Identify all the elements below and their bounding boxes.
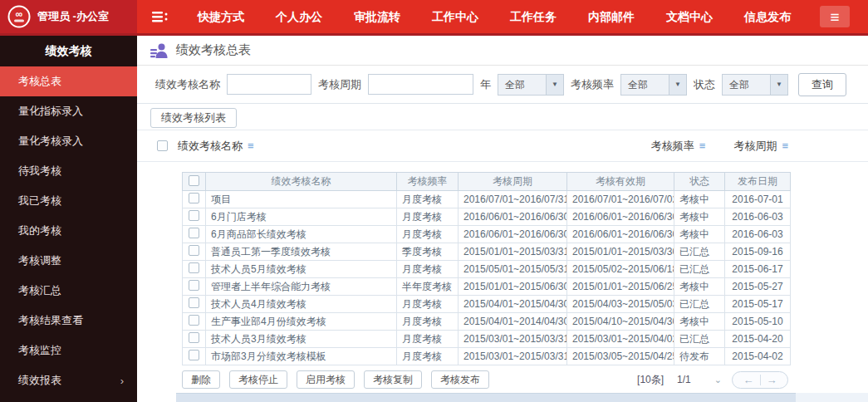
cell-考核周期: 2015/03/01~2015/03/31	[459, 348, 567, 365]
tab-assessment-list[interactable]: 绩效考核列表	[150, 108, 237, 128]
nav-item-5[interactable]: 内部邮件	[572, 0, 650, 33]
cell-考核频率: 月度考核	[397, 261, 459, 278]
row-checkbox[interactable]	[189, 280, 199, 291]
select-all-checkbox[interactable]	[189, 175, 199, 186]
table-header-row: 绩效考核名称考核频率考核周期考核有效期状态发布日期	[183, 173, 791, 191]
filter-freq-select[interactable]: 全部 ▼	[620, 74, 687, 96]
sidebar-item-8[interactable]: 考核结果查看	[0, 306, 137, 336]
filter-status-select[interactable]: 全部 ▼	[722, 74, 788, 96]
table-row[interactable]: 项目月度考核2016/07/01~2016/07/312016/07/01~20…	[183, 191, 791, 208]
table-row[interactable]: 生产事业部4月份绩效考核月度考核2015/04/01~2014/04/30201…	[183, 313, 791, 331]
action-button-3[interactable]: 考核复制	[364, 370, 422, 389]
page-indicator: 1/1	[677, 374, 691, 385]
cell-考核频率: 月度考核	[397, 331, 459, 348]
filter-period-input[interactable]	[368, 74, 473, 95]
nav-item-1[interactable]: 个人办公	[260, 0, 338, 33]
column-header-4[interactable]: 状态	[674, 173, 725, 191]
column-header-1[interactable]: 考核频率	[397, 173, 459, 191]
column-header-5[interactable]: 发布日期	[725, 173, 791, 191]
filter-name-input[interactable]	[227, 74, 311, 95]
sort-icon[interactable]: ≡	[782, 140, 788, 151]
cell-绩效考核名称: 项目	[206, 191, 397, 208]
sidebar-item-5[interactable]: 我的考核	[0, 216, 137, 246]
nav-item-0[interactable]: 快捷方式	[182, 0, 260, 33]
sidebar-item-7[interactable]: 考核汇总	[0, 276, 137, 306]
page-title-bar: 绩效考核总表	[137, 36, 868, 66]
filter-status-label: 状态	[694, 77, 715, 92]
cell-考核有效期: 2015/03/05~2015/04/25	[567, 348, 674, 365]
prev-page-button[interactable]: ←	[743, 375, 754, 385]
sidebar-item-9[interactable]: 考核监控	[0, 336, 137, 365]
row-checkbox[interactable]	[189, 245, 199, 256]
sidebar-item-1[interactable]: 量化指标录入	[0, 96, 137, 126]
next-page-button[interactable]: →	[767, 375, 777, 385]
chevron-down-icon[interactable]: ▼	[669, 75, 686, 95]
table-row[interactable]: 6月门店考核月度考核2016/06/01~2016/06/302016/06/0…	[183, 208, 791, 226]
cell-状态: 考核中	[674, 278, 725, 296]
horizontal-scrollbar	[176, 393, 868, 402]
cell-考核周期: 2015/04/01~2014/04/30	[459, 313, 567, 331]
search-button[interactable]: 查询	[798, 73, 846, 96]
action-button-1[interactable]: 考核停止	[229, 370, 287, 389]
chevron-down-icon[interactable]: ▼	[770, 75, 787, 95]
table-row[interactable]: 6月商品部长绩效考核月度考核2016/06/01~2016/06/302016/…	[183, 226, 791, 243]
sidebar-item-4[interactable]: 我已考核	[0, 186, 137, 216]
table-row[interactable]: 技术人员3月绩效考核月度考核2015/03/01~2015/03/312015/…	[183, 331, 791, 348]
sidebar-item-label: 考核结果查看	[18, 313, 83, 328]
row-checkbox[interactable]	[189, 297, 199, 308]
cell-考核周期: 2015/05/01~2015/05/31	[459, 261, 567, 278]
page-size-chevron-icon[interactable]: ⌄	[714, 375, 722, 385]
cell-发布日期: 2015-04-20	[725, 331, 791, 348]
row-checkbox-cell	[183, 331, 206, 348]
cell-发布日期: 2015-05-17	[725, 296, 791, 313]
cell-状态: 考核中	[674, 191, 725, 208]
scrollbar-thumb[interactable]	[176, 393, 796, 402]
column-header-2[interactable]: 考核周期	[459, 173, 567, 191]
nav-collapse-icon[interactable]	[152, 11, 169, 23]
nav-item-2[interactable]: 审批流转	[338, 0, 416, 33]
action-button-4[interactable]: 考核发布	[431, 370, 489, 389]
row-checkbox[interactable]	[189, 350, 199, 360]
sidebar-item-10[interactable]: 绩效报表›	[0, 365, 137, 395]
action-button-2[interactable]: 启用考核	[297, 370, 355, 389]
nav-item-3[interactable]: 工作中心	[416, 0, 494, 33]
row-checkbox[interactable]	[189, 332, 199, 343]
sidebar-item-label: 考核调整	[18, 253, 61, 268]
sort-icon[interactable]: ≡	[699, 140, 706, 151]
filter-freq-value: 全部	[621, 75, 669, 95]
table-row[interactable]: 技术人员4月绩效考核月度考核2015/04/01~2015/04/302015/…	[183, 296, 791, 313]
nav-item-6[interactable]: 文档中心	[650, 0, 728, 33]
sort-icon[interactable]: ≡	[248, 140, 254, 151]
select-all-checkbox[interactable]	[157, 140, 168, 151]
row-checkbox[interactable]	[189, 315, 199, 326]
action-button-0[interactable]: 删除	[182, 370, 220, 389]
sidebar-item-6[interactable]: 考核调整	[0, 246, 137, 276]
cell-考核有效期: 2015/04/10~2015/04/30	[567, 313, 674, 331]
row-checkbox[interactable]	[189, 193, 199, 203]
column-header-0[interactable]: 绩效考核名称	[206, 173, 397, 191]
group-by-name[interactable]: 绩效考核名称 ≡	[178, 139, 254, 154]
nav-item-7[interactable]: 信息发布	[728, 0, 807, 33]
sidebar-item-3[interactable]: 待我考核	[0, 156, 137, 186]
chevron-right-icon: ›	[120, 375, 124, 387]
group-by-frequency[interactable]: 考核频率 ≡	[651, 139, 706, 154]
nav-item-4[interactable]: 工作任务	[494, 0, 572, 33]
filter-bar: 绩效考核名称 考核周期 年 全部 ▼ 考核频率 全部 ▼ 状态 全部 ▼ 查询	[137, 66, 868, 104]
table-row[interactable]: 普通员工第一季度绩效考核季度考核2015/01/01~2015/03/31201…	[183, 243, 791, 261]
assessment-table: 绩效考核名称考核频率考核周期考核有效期状态发布日期 项目月度考核2016/07/…	[182, 172, 791, 365]
sidebar-item-0[interactable]: 考核总表	[0, 66, 137, 96]
filter-year-select[interactable]: 全部 ▼	[498, 74, 564, 96]
more-menu-button[interactable]: ≡	[820, 6, 850, 27]
group-by-period[interactable]: 考核周期 ≡	[733, 139, 788, 154]
cell-考核周期: 2016/06/01~2016/06/30	[459, 208, 567, 226]
row-checkbox[interactable]	[189, 210, 199, 221]
table-row[interactable]: 技术人员5月绩效考核月度考核2015/05/01~2015/05/312015/…	[183, 261, 791, 278]
column-header-3[interactable]: 考核有效期	[567, 173, 674, 191]
row-checkbox[interactable]	[189, 262, 199, 273]
row-checkbox[interactable]	[189, 228, 199, 238]
table-row[interactable]: 市场部3月分绩效考核模板月度考核2015/03/01~2015/03/31201…	[183, 348, 791, 365]
cell-考核频率: 半年度考核	[397, 278, 459, 296]
chevron-down-icon[interactable]: ▼	[546, 75, 563, 95]
sidebar-item-2[interactable]: 量化考核录入	[0, 126, 137, 156]
table-row[interactable]: 管理者上半年综合能力考核半年度考核2015/01/01~2015/06/3020…	[183, 278, 791, 296]
